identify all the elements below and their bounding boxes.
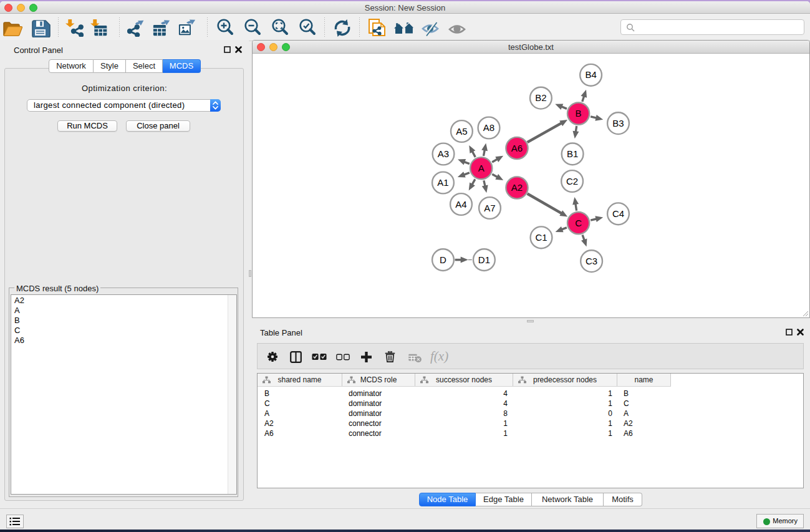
svg-text:C3: C3 <box>586 256 597 266</box>
svg-text:C1: C1 <box>535 232 547 243</box>
svg-text:B: B <box>576 108 582 118</box>
svg-text:A7: A7 <box>484 203 495 213</box>
svg-text:D: D <box>440 254 446 265</box>
svg-text:A3: A3 <box>438 148 449 159</box>
svg-text:A2: A2 <box>511 182 523 193</box>
svg-text:B1: B1 <box>567 148 578 159</box>
svg-text:C: C <box>575 218 582 228</box>
svg-text:A: A <box>478 163 485 173</box>
svg-text:C2: C2 <box>566 176 578 186</box>
svg-text:A5: A5 <box>456 126 467 137</box>
svg-text:A1: A1 <box>437 177 448 188</box>
svg-text:B4: B4 <box>585 69 596 80</box>
svg-text:f(x): f(x) <box>430 350 448 364</box>
svg-text:A4: A4 <box>455 199 466 210</box>
svg-text:D1: D1 <box>478 254 490 265</box>
svg-text:C4: C4 <box>612 208 624 219</box>
svg-text:A8: A8 <box>483 122 494 133</box>
svg-text:B2: B2 <box>535 92 546 103</box>
svg-text:B3: B3 <box>612 118 624 128</box>
svg-text:A6: A6 <box>511 143 523 153</box>
